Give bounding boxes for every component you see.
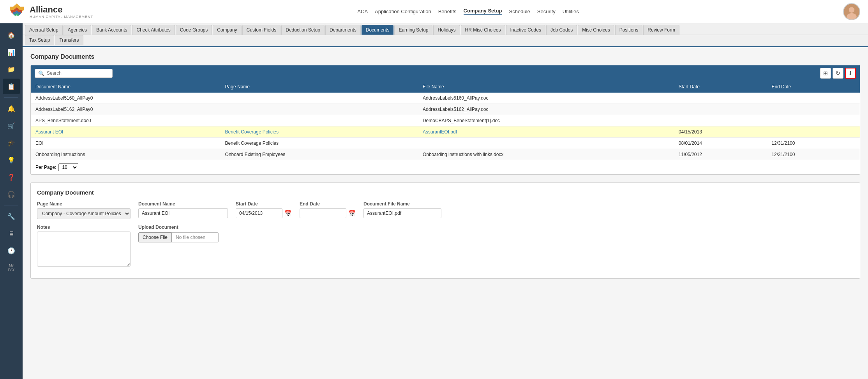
tab-review-form[interactable]: Review Form	[643, 25, 679, 35]
nav-schedule[interactable]: Schedule	[509, 9, 530, 14]
sidebar-item-home[interactable]: 🏠	[3, 27, 20, 43]
table-row: EOI Benefit Coverage Policies 08/01/2014…	[31, 138, 860, 149]
tab-holidays[interactable]: Holidays	[433, 25, 460, 35]
col-page-name: Page Name	[221, 81, 418, 93]
tab-company[interactable]: Company	[213, 25, 241, 35]
tab-transfers[interactable]: Transfers	[55, 35, 83, 45]
tab-custom-fields[interactable]: Custom Fields	[242, 25, 281, 35]
start-date-group: Start Date 📅	[236, 201, 292, 219]
company-documents-title: Company Documents	[30, 53, 860, 60]
doc-name-cell: EOI	[31, 138, 221, 149]
file-name-cell: DemoCBAPS_BeneStatement[1].doc	[418, 115, 674, 126]
tab-accrual-setup[interactable]: Accrual Setup	[25, 25, 63, 35]
tab-bank-accounts[interactable]: Bank Accounts	[92, 25, 131, 35]
nav-appconfig[interactable]: Application Configuration	[375, 9, 431, 14]
sidebar-item-training[interactable]: 🎓	[3, 135, 20, 151]
tab-job-codes[interactable]: Job Codes	[546, 25, 577, 35]
sidebar-item-documents[interactable]: 📋	[3, 79, 20, 94]
end-date-cell: 12/31/2100	[767, 149, 860, 160]
tab-positions[interactable]: Positions	[615, 25, 643, 35]
tab-departments[interactable]: Departments	[325, 25, 361, 35]
sidebar-item-support[interactable]: 🎧	[3, 186, 20, 202]
file-name-link[interactable]: AssurantEOI.pdf	[423, 129, 457, 135]
sidebar-item-folder[interactable]: 📁	[3, 61, 20, 77]
sidebar-item-monitor[interactable]: 🖥	[3, 226, 20, 241]
tab-deduction-setup[interactable]: Deduction Setup	[281, 25, 325, 35]
doc-name-cell: AddressLabel5160_AllPay0	[31, 93, 221, 104]
sidebar-item-notifications[interactable]: 🔔	[3, 101, 20, 116]
table-row: APS_BeneStatement.doc0 DemoCBAPS_BeneSta…	[31, 115, 860, 126]
doc-name-cell: Assurant EOI	[31, 126, 221, 138]
tab-misc-choices[interactable]: Misc Choices	[578, 25, 614, 35]
alliance-logo-icon	[8, 3, 26, 21]
nav-companysetup[interactable]: Company Setup	[464, 8, 502, 15]
nav-benefits[interactable]: Benefits	[438, 9, 457, 14]
tab-documents[interactable]: Documents	[362, 25, 394, 35]
table-toolbar: 🔍 ⊞ ↻ ⬇	[31, 65, 860, 81]
tab-tax-setup[interactable]: Tax Setup	[25, 35, 54, 45]
sidebar-item-dashboard[interactable]: 📊	[3, 44, 20, 60]
page-name-cell	[221, 93, 418, 104]
start-date-wrapper: 📅	[236, 208, 292, 218]
end-date-cell	[767, 104, 860, 115]
notes-group: Notes	[37, 225, 131, 267]
notes-textarea[interactable]	[37, 232, 131, 267]
page-name-cell	[221, 104, 418, 115]
table-row: AddressLabel5160_AllPay0 AddressLabels51…	[31, 93, 860, 104]
doc-name-link[interactable]: Assurant EOI	[35, 129, 63, 135]
start-date-cell	[674, 104, 767, 115]
file-name-cell: AssurantEOI.pdf	[418, 126, 674, 138]
per-page-select[interactable]: 10 25 50 100	[58, 163, 78, 171]
page-layout: 🏠 📊 📁 📋 🔔 🛒 🎓 💡 ❓ 🎧 🔧 🖥 🕐 MyPAY Accrual …	[0, 23, 868, 379]
start-date-cell: 04/15/2013	[674, 126, 767, 138]
grid-view-icon[interactable]: ⊞	[820, 68, 831, 79]
form-row-1: Page Name Company - Coverage Amount Poli…	[37, 201, 854, 219]
sidebar-item-cart[interactable]: 🛒	[3, 118, 20, 133]
file-name-cell: AddressLabels5160_AllPay.doc	[418, 93, 674, 104]
doc-name-cell: AddressLabel5162_AllPay0	[31, 104, 221, 115]
doc-form-title: Company Document	[37, 189, 854, 196]
table-row-selected[interactable]: Assurant EOI Benefit Coverage Policies A…	[31, 126, 860, 138]
page-name-link[interactable]: Benefit Coverage Policies	[225, 129, 279, 135]
notes-label: Notes	[37, 225, 131, 230]
sidebar-item-ideas[interactable]: 💡	[3, 152, 20, 168]
tab-check-attributes[interactable]: Check Attributes	[132, 25, 175, 35]
start-date-calendar-icon[interactable]: 📅	[284, 210, 292, 217]
nav-aca[interactable]: ACA	[357, 9, 368, 14]
tab-hr-misc-choices[interactable]: HR Misc Choices	[461, 25, 505, 35]
nav-utilities[interactable]: Utilities	[563, 9, 579, 14]
end-date-calendar-icon[interactable]: 📅	[348, 210, 356, 217]
nav-security[interactable]: Security	[537, 9, 556, 14]
start-date-input[interactable]	[236, 208, 282, 218]
sidebar-item-settings[interactable]: 🔧	[3, 209, 20, 224]
refresh-icon[interactable]: ↻	[833, 68, 843, 79]
sidebar-item-mypay[interactable]: MyPAY	[3, 260, 20, 275]
page-name-label: Page Name	[37, 201, 131, 207]
col-file-name: File Name	[418, 81, 674, 93]
search-input[interactable]	[47, 70, 109, 76]
file-name-input[interactable]	[363, 208, 441, 218]
table-row: Onboarding Instructions Onboard Existing…	[31, 149, 860, 160]
file-name-label: Document File Name	[363, 201, 441, 207]
end-date-cell	[767, 115, 860, 126]
search-box[interactable]: 🔍	[35, 69, 113, 78]
user-avatar[interactable]	[843, 3, 860, 20]
tab-agencies[interactable]: Agencies	[64, 25, 91, 35]
choose-file-button[interactable]: Choose File	[138, 232, 172, 242]
doc-name-cell: APS_BeneStatement.doc0	[31, 115, 221, 126]
doc-name-input[interactable]	[138, 208, 228, 218]
page-name-select[interactable]: Company - Coverage Amount Policies Benef…	[37, 208, 131, 219]
download-icon[interactable]: ⬇	[845, 68, 856, 79]
file-name-cell: Onboarding instructions with links.docx	[418, 149, 674, 160]
per-page-control: Per Page: 10 25 50 100	[31, 160, 860, 174]
end-date-input[interactable]	[300, 208, 346, 218]
toolbar-icons: ⊞ ↻ ⬇	[820, 68, 856, 79]
sidebar-item-help[interactable]: ❓	[3, 169, 20, 185]
page-name-group: Page Name Company - Coverage Amount Poli…	[37, 201, 131, 219]
company-document-form: Company Document Page Name Company - Cov…	[30, 182, 860, 279]
sidebar-item-time[interactable]: 🕐	[3, 243, 20, 258]
tab-earning-setup[interactable]: Earning Setup	[394, 25, 432, 35]
end-date-wrapper: 📅	[300, 208, 356, 218]
tab-code-groups[interactable]: Code Groups	[176, 25, 212, 35]
tab-inactive-codes[interactable]: Inactive Codes	[506, 25, 545, 35]
